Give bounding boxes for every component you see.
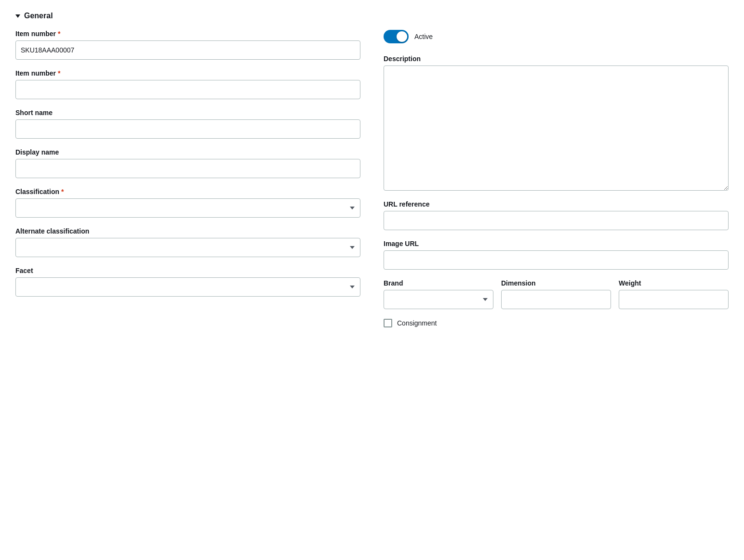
classification-select-wrapper	[15, 198, 360, 218]
dimension-field: Dimension	[501, 279, 611, 309]
classification-select[interactable]	[15, 198, 360, 218]
active-toggle-row: Active	[384, 30, 729, 43]
right-column: Active Description URL reference Image U…	[384, 30, 729, 327]
section-header: General	[15, 12, 729, 20]
brand-field: Brand	[384, 279, 493, 309]
brand-select-wrapper	[384, 290, 493, 309]
brand-select[interactable]	[384, 290, 493, 309]
url-reference-field: URL reference	[384, 200, 729, 230]
description-field: Description	[384, 55, 729, 191]
dimension-input[interactable]	[501, 290, 611, 309]
short-name-field: Short name	[15, 109, 360, 139]
image-url-field: Image URL	[384, 240, 729, 270]
display-name-field: Display name	[15, 148, 360, 178]
brand-dimension-weight-row: Brand Dimension Weight	[384, 279, 729, 309]
weight-field: Weight	[619, 279, 729, 309]
alternate-classification-label: Alternate classification	[15, 227, 360, 235]
short-name-input[interactable]	[15, 119, 360, 139]
facet-select-wrapper	[15, 277, 360, 297]
image-url-label: Image URL	[384, 240, 729, 247]
item-number-2-input[interactable]	[15, 80, 360, 99]
item-number-1-input[interactable]	[15, 40, 360, 60]
facet-select[interactable]	[15, 277, 360, 297]
consignment-checkbox[interactable]	[384, 319, 392, 327]
facet-label: Facet	[15, 267, 360, 274]
url-reference-input[interactable]	[384, 211, 729, 230]
alternate-classification-select-wrapper	[15, 238, 360, 257]
item-number-1-label: Item number *	[15, 30, 360, 38]
weight-label: Weight	[619, 279, 729, 287]
required-star-3: *	[61, 188, 64, 195]
short-name-label: Short name	[15, 109, 360, 117]
dimension-label: Dimension	[501, 279, 611, 287]
item-number-2-label: Item number *	[15, 69, 360, 77]
toggle-thumb	[397, 31, 407, 42]
active-toggle[interactable]	[384, 30, 409, 43]
required-star-1: *	[58, 30, 60, 38]
facet-field: Facet	[15, 267, 360, 297]
alternate-classification-select[interactable]	[15, 238, 360, 257]
alternate-classification-field: Alternate classification	[15, 227, 360, 257]
left-column: Item number * Item number * Short name D…	[15, 30, 360, 327]
item-number-1-field: Item number *	[15, 30, 360, 60]
description-textarea[interactable]	[384, 65, 729, 191]
general-form: Item number * Item number * Short name D…	[15, 30, 729, 327]
display-name-input[interactable]	[15, 159, 360, 178]
collapse-icon[interactable]	[15, 14, 20, 18]
required-star-2: *	[58, 69, 60, 77]
weight-input[interactable]	[619, 290, 729, 309]
brand-label: Brand	[384, 279, 493, 287]
section-title: General	[24, 12, 53, 20]
consignment-row: Consignment	[384, 319, 729, 327]
description-label: Description	[384, 55, 729, 63]
classification-label: Classification *	[15, 188, 360, 195]
consignment-label: Consignment	[397, 319, 437, 327]
classification-field: Classification *	[15, 188, 360, 218]
item-number-2-field: Item number *	[15, 69, 360, 99]
active-label: Active	[414, 33, 433, 40]
display-name-label: Display name	[15, 148, 360, 156]
image-url-input[interactable]	[384, 250, 729, 270]
url-reference-label: URL reference	[384, 200, 729, 208]
